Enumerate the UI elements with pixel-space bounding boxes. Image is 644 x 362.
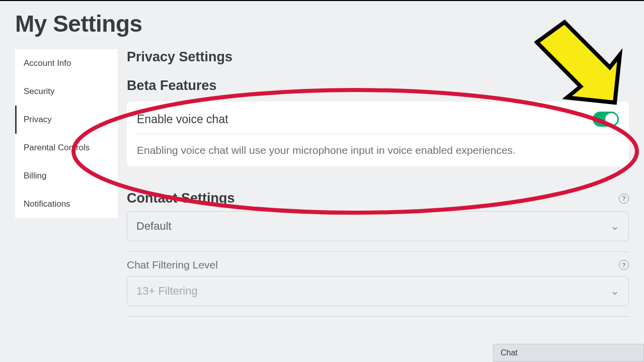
settings-layout: Account Info Security Privacy Parental C… <box>0 37 644 324</box>
sidebar-item-billing[interactable]: Billing <box>15 162 118 190</box>
contact-settings-heading: Contact Settings <box>127 191 235 206</box>
sidebar-item-account-info[interactable]: Account Info <box>15 49 118 77</box>
chat-dock-label: Chat <box>501 348 518 357</box>
help-icon[interactable]: ? <box>619 194 629 204</box>
voice-chat-label: Enable voice chat <box>137 113 228 126</box>
chevron-down-icon: ⌄ <box>610 220 619 233</box>
contact-settings-select[interactable]: Default ⌄ <box>127 211 629 241</box>
divider <box>127 316 629 317</box>
voice-chat-toggle-row: Enable voice chat <box>137 112 619 134</box>
chevron-down-icon: ⌄ <box>610 285 619 298</box>
voice-chat-toggle[interactable] <box>593 112 619 127</box>
help-icon[interactable]: ? <box>619 260 629 270</box>
contact-settings-heading-row: Contact Settings ? <box>127 191 629 206</box>
page-title: My Settings <box>0 1 644 37</box>
divider <box>127 251 629 252</box>
voice-chat-card: Enable voice chat Enabling voice chat wi… <box>127 102 629 166</box>
chat-dock[interactable]: Chat <box>493 344 644 362</box>
settings-main: Privacy Settings Beta Features Enable vo… <box>127 49 629 324</box>
chat-filter-value: 13+ Filtering <box>136 285 198 298</box>
sidebar-item-security[interactable]: Security <box>15 77 118 106</box>
settings-sidebar: Account Info Security Privacy Parental C… <box>15 49 118 218</box>
voice-chat-description: Enabling voice chat will use your microp… <box>137 143 619 157</box>
beta-features-heading: Beta Features <box>127 78 629 94</box>
chat-filter-select[interactable]: 13+ Filtering ⌄ <box>127 276 629 306</box>
toggle-knob <box>605 113 617 125</box>
sidebar-item-parental-controls[interactable]: Parental Controls <box>15 134 118 162</box>
chat-filter-label-row: Chat Filtering Level ? <box>127 259 629 271</box>
chat-filter-label: Chat Filtering Level <box>127 259 218 271</box>
sidebar-item-notifications[interactable]: Notifications <box>15 190 118 218</box>
privacy-settings-heading: Privacy Settings <box>127 49 629 65</box>
sidebar-item-privacy[interactable]: Privacy <box>15 106 118 134</box>
contact-settings-value: Default <box>136 220 172 233</box>
